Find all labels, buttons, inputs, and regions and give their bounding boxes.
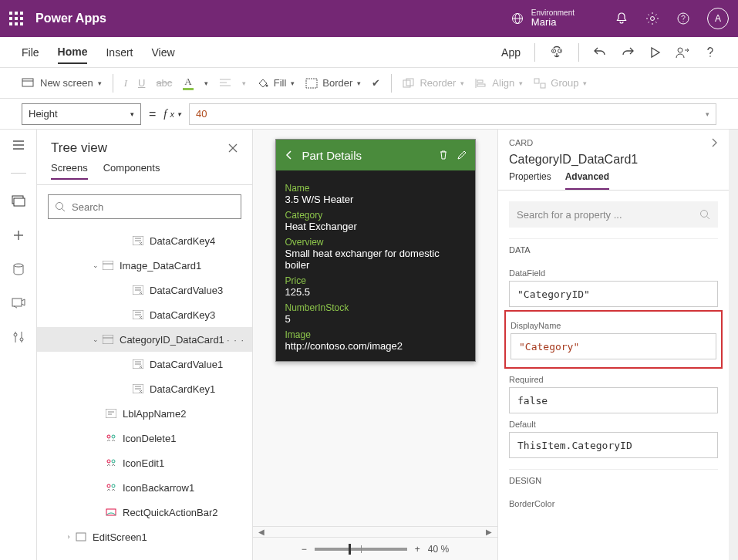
scroll-right[interactable]: ▶ [484,528,494,536]
property-select[interactable]: Height▾ [22,103,141,125]
bell-icon[interactable] [615,12,628,25]
scroll-left[interactable]: ◀ [256,528,267,536]
edit-icon[interactable] [457,150,467,160]
delete-icon[interactable] [438,150,449,160]
card-header: CARD [509,138,533,147]
redo-icon[interactable] [621,46,635,59]
tree-node[interactable]: IconBackarrow1 [37,475,252,500]
tree-search[interactable] [48,194,241,219]
card-tab-properties[interactable]: Properties [509,171,551,190]
card-search[interactable]: Search for a property ... [509,201,718,228]
italic-icon: I [124,77,127,89]
close-icon[interactable] [227,143,238,153]
tree-node[interactable]: IconEdit1 [37,450,252,475]
zoom-plus[interactable]: + [415,544,420,555]
input-default[interactable]: ThisItem.CategoryID [509,432,718,458]
chevron-right-icon[interactable] [710,137,718,148]
field-value: 5 [285,313,466,325]
svg-point-68 [112,484,115,487]
menu-file[interactable]: File [22,42,39,63]
environment-picker[interactable]: Environment Maria [511,8,575,28]
svg-point-39 [56,203,63,210]
input-displayname[interactable]: "Category" [511,333,716,359]
checker-icon[interactable] [549,46,564,59]
svg-rect-52 [103,335,113,344]
play-icon[interactable] [649,46,661,59]
tree-search-input[interactable] [72,201,234,213]
svg-rect-23 [541,83,545,88]
tree-node[interactable]: DataCardKey1 [37,376,252,401]
underline-icon: U [138,77,145,89]
input-required[interactable]: false [509,387,718,413]
tree-tab-components[interactable]: Components [103,162,160,180]
tree-node[interactable]: DataCardValue3 [37,278,252,302]
svg-rect-70 [76,533,86,541]
svg-point-65 [107,460,110,463]
zoom-value: 40 % [428,544,449,555]
svg-line-72 [707,217,710,220]
svg-line-40 [62,209,66,212]
rail-hamburger-icon[interactable] [11,137,26,153]
tree-node[interactable]: DataCardKey3 [37,302,252,327]
avatar[interactable]: A [707,8,729,29]
field-label: Image [285,329,466,340]
tree-node[interactable]: RectQuickActionBar2 [37,500,252,525]
divider [391,74,392,93]
vscrollbar[interactable] [729,130,738,560]
formula-input[interactable]: 40▾ [189,103,716,125]
border-button[interactable]: Border▾ [305,77,361,89]
svg-rect-22 [534,79,539,83]
section-data: DATA [509,238,718,262]
divider [534,43,535,62]
group-button: Group▾ [534,77,587,89]
new-screen-button[interactable]: New screen▾ [22,77,102,89]
rail-settings-icon[interactable] [11,329,26,345]
tree-node[interactable]: DataCardValue1 [37,352,252,376]
input-datafield[interactable]: "CategoryID" [509,281,718,307]
section-design: DESIGN [509,469,718,493]
tree-node[interactable]: IconDelete1 [37,426,252,450]
rail-tree-icon[interactable] [11,194,26,209]
zoom-slider[interactable] [315,548,407,551]
tree-tab-screens[interactable]: Screens [51,162,88,180]
undo-icon[interactable] [593,46,607,59]
tree-node[interactable]: DataCardKey4 [37,228,252,253]
tree-node[interactable]: ⌄Image_DataCard1 [37,253,252,278]
fx-button[interactable]: fx▾ [163,107,181,120]
fontcolor-icon[interactable]: A [183,76,193,90]
help-icon[interactable] [676,12,690,25]
align-button: Align▾ [475,77,523,89]
search-icon [55,201,66,212]
label-bordercolor: BorderColor [509,499,718,508]
label-datafield: DataField [509,268,718,278]
share-icon[interactable] [675,46,690,59]
back-icon[interactable] [284,150,295,160]
tree-node[interactable]: ⌄CategoryID_DataCard1· · · [37,327,252,352]
phone-preview[interactable]: Part Details Name3.5 W/S HeaterCategoryH… [275,139,476,362]
field-label: Overview [285,237,466,248]
menu-home[interactable]: Home [58,41,88,64]
rail-media-icon[interactable] [11,295,26,311]
rail-data-icon[interactable] [11,261,26,277]
phone-title: Part Details [302,149,430,162]
gear-icon[interactable] [645,12,659,25]
globe-icon [511,12,524,25]
waffle-icon[interactable] [9,12,23,25]
zoom-minus[interactable]: − [302,544,307,555]
svg-point-15 [265,84,268,86]
svg-point-8 [678,48,682,52]
help2-icon[interactable] [704,46,716,59]
svg-point-67 [107,484,110,487]
rail-insert-icon[interactable] [11,228,26,243]
menu-app[interactable]: App [501,42,521,63]
fill-button[interactable]: Fill▾ [257,77,295,89]
menu-insert[interactable]: Insert [106,42,133,63]
svg-rect-60 [106,409,116,418]
svg-rect-10 [22,79,33,86]
menu-view[interactable]: View [151,42,174,63]
brand-title: Power Apps [35,12,511,25]
card-tab-advanced[interactable]: Advanced [565,171,609,190]
tree-node[interactable]: ›EditScreen1 [37,525,252,549]
tree-node[interactable]: LblAppName2 [37,401,252,426]
svg-rect-16 [306,79,317,88]
